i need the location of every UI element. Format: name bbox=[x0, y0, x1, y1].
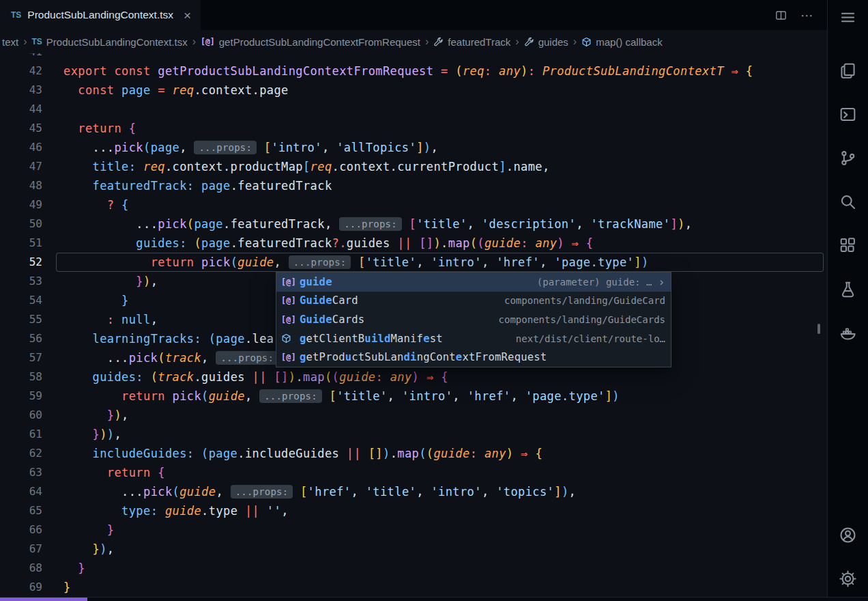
code-token: { bbox=[746, 64, 753, 78]
code-line[interactable]: 48 featuredTrack: page.featuredTrack bbox=[0, 176, 827, 195]
code-line[interactable]: 45 return { bbox=[0, 119, 827, 138]
warnings-status[interactable]: 0 bbox=[276, 598, 309, 601]
scrollbar-thumb[interactable] bbox=[818, 324, 820, 334]
code-line[interactable]: 58 guides: (track.guides || []).map((gui… bbox=[0, 367, 827, 387]
breadcrumb-item[interactable]: guides bbox=[524, 36, 568, 48]
accounts-button[interactable] bbox=[839, 526, 857, 544]
menu-button[interactable] bbox=[839, 8, 857, 26]
code-token: return bbox=[121, 389, 172, 403]
code-token: , bbox=[576, 217, 590, 231]
prettier-status[interactable]: Prettier bbox=[760, 598, 818, 601]
code-token: .featuredTrack bbox=[223, 217, 325, 231]
codespaces-status[interactable]: Codespaces bbox=[0, 598, 87, 601]
code-token: { bbox=[586, 236, 594, 250]
beaker-icon bbox=[839, 281, 856, 298]
language-mode-status[interactable]: typescriptreact | bbox=[341, 598, 436, 601]
close-tab-icon[interactable]: × bbox=[184, 9, 191, 22]
code-line[interactable]: 62 includeGuides: (page.includeGuides ||… bbox=[0, 444, 827, 463]
code-line[interactable]: 59 return pick(guide, ...props: ['title'… bbox=[0, 387, 827, 406]
code-token: guide bbox=[237, 255, 274, 269]
code-line[interactable]: 41 bbox=[0, 53, 827, 61]
code-line[interactable]: 65 type: guide.type || '', bbox=[0, 501, 827, 520]
code-line[interactable]: 50 ...pick(page.featuredTrack, ...props:… bbox=[0, 214, 827, 234]
code-line[interactable]: 66 } bbox=[0, 520, 827, 540]
breadcrumb-item[interactable]: TSProductSubLandingContext.tsx bbox=[32, 36, 188, 48]
code-token bbox=[187, 236, 194, 250]
breadcrumb-item[interactable]: text bbox=[2, 36, 18, 48]
code-token: req bbox=[310, 160, 332, 173]
extensions-button[interactable] bbox=[839, 236, 857, 254]
code-line[interactable]: 60 }), bbox=[0, 406, 827, 425]
breadcrumb: text›TSProductSubLandingContext.tsx›[@]g… bbox=[0, 30, 827, 53]
git-branch-status[interactable]: improve-context-request bbox=[91, 598, 221, 601]
code-token: , bbox=[540, 255, 554, 269]
code-line[interactable]: 64 ...pick(guide, ...props: ['href', 'ti… bbox=[0, 482, 827, 501]
tab-productsublandingcontext[interactable]: TS ProductSubLandingContext.tsx × bbox=[0, 0, 201, 30]
feedback-status[interactable] bbox=[818, 598, 840, 601]
code-token: any bbox=[528, 236, 558, 250]
code-line[interactable]: 44 bbox=[0, 100, 827, 119]
code-line[interactable]: 51 guides: (page.featuredTrack?.guides |… bbox=[0, 234, 827, 253]
code-token bbox=[201, 332, 209, 346]
breadcrumb-item-label: text bbox=[2, 36, 18, 48]
code-line[interactable]: 49 ? { bbox=[0, 195, 827, 214]
code-line[interactable]: 52 return pick(guide, ...props: ['title'… bbox=[0, 253, 827, 272]
code-token: , bbox=[685, 217, 693, 231]
code-token: ? bbox=[107, 198, 115, 212]
gear-icon bbox=[839, 570, 856, 587]
suggestion-item[interactable]: getClientBuildManifestnext/dist/client/r… bbox=[276, 329, 671, 348]
code-line[interactable]: 61 })), bbox=[0, 425, 827, 444]
suggestion-text: ngCont bbox=[417, 351, 456, 363]
suggestion-details-chevron-icon[interactable]: › bbox=[658, 275, 665, 289]
code-token: .includeGuides bbox=[237, 447, 347, 460]
code-line[interactable]: 67 }), bbox=[0, 540, 827, 559]
code-token: page bbox=[209, 447, 238, 460]
search-button[interactable] bbox=[839, 193, 857, 210]
active-file-check-status[interactable]: ProductSubLandingContext.tsx bbox=[436, 598, 595, 601]
line-number: 67 bbox=[0, 540, 42, 559]
code-line[interactable]: 43 const page = req.context.page bbox=[0, 81, 827, 100]
code-token: pick bbox=[114, 141, 143, 154]
code-line[interactable]: 42export const getProductSubLandingConte… bbox=[0, 61, 827, 81]
breadcrumb-item[interactable]: featuredTrack bbox=[433, 36, 510, 48]
errors-status[interactable]: 0 bbox=[244, 598, 276, 601]
code-token: , bbox=[107, 542, 115, 556]
code-token bbox=[412, 236, 420, 250]
line-number: 44 bbox=[0, 100, 42, 119]
sync-status[interactable] bbox=[221, 598, 244, 601]
indent bbox=[63, 294, 121, 307]
indent bbox=[63, 141, 93, 154]
code-line[interactable]: 68 } bbox=[0, 559, 827, 578]
ports-status[interactable]: 1 bbox=[308, 598, 341, 601]
code-line[interactable]: 69} bbox=[0, 578, 827, 597]
code-token bbox=[114, 198, 121, 212]
explorer-button[interactable] bbox=[839, 61, 857, 79]
code-token: ) bbox=[289, 370, 296, 384]
breadcrumb-item[interactable]: [@]getProductSubLandingContextFromReques… bbox=[201, 36, 420, 48]
code-line[interactable]: 46 ...pick(page, ...props: ['intro', 'al… bbox=[0, 138, 827, 157]
testing-button[interactable] bbox=[839, 280, 857, 298]
notifications-status[interactable] bbox=[840, 598, 863, 601]
suggestion-item[interactable]: [@]getProductSubLandingContextFromReques… bbox=[276, 348, 671, 367]
suggestion-match: Guide bbox=[300, 294, 332, 307]
code-token bbox=[259, 504, 267, 518]
split-editor-icon[interactable] bbox=[775, 10, 787, 21]
more-actions-icon[interactable]: ⋯ bbox=[800, 8, 815, 23]
suggestion-kind: [@] bbox=[281, 296, 300, 305]
code-line[interactable]: 47 title: req.context.productMap[req.con… bbox=[0, 157, 827, 176]
suggestion-item[interactable]: [@]GuideCardscomponents/landing/GuideCar… bbox=[276, 310, 671, 329]
breadcrumb-item[interactable]: map() callback bbox=[581, 36, 663, 48]
inlay-hint: ...props: bbox=[216, 351, 278, 365]
indent bbox=[63, 389, 121, 403]
suggestion-item[interactable]: [@]GuideCardcomponents/landing/GuideCard bbox=[276, 292, 671, 311]
suggestion-item[interactable]: [@]guide(parameter) guide: …› bbox=[276, 272, 671, 292]
code-line[interactable]: 63 return { bbox=[0, 463, 827, 482]
terminal-button[interactable] bbox=[839, 105, 857, 123]
docker-button[interactable] bbox=[839, 324, 857, 341]
code-editor[interactable]: 4142export const getProductSubLandingCon… bbox=[0, 53, 827, 597]
settings-button[interactable] bbox=[839, 570, 857, 587]
indent bbox=[63, 236, 136, 250]
code-token: ) bbox=[612, 389, 620, 403]
source-control-button[interactable] bbox=[839, 149, 857, 167]
code-token: ProductSubLandingContextT bbox=[535, 64, 724, 78]
